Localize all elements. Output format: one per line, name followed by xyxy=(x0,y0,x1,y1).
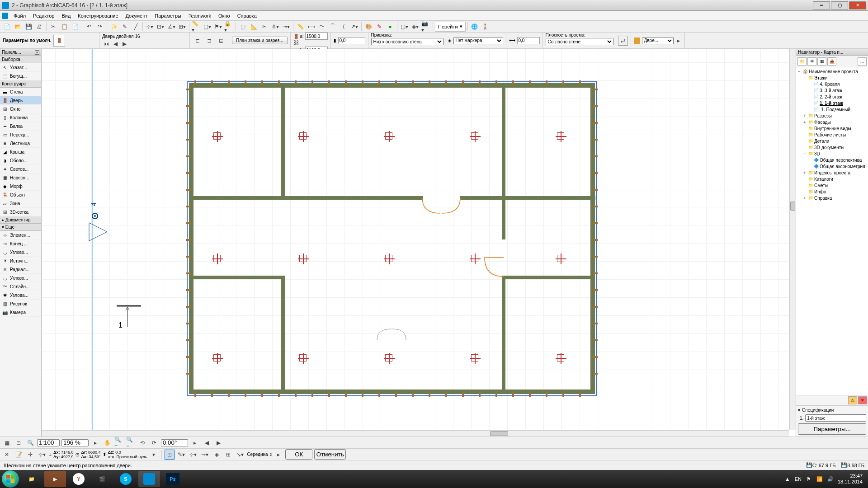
vertical-scrollbar[interactable] xyxy=(789,49,796,430)
column-marker[interactable] xyxy=(557,255,564,262)
level-marker[interactable]: 1 xyxy=(109,304,155,336)
snap3-button[interactable]: ⊹▾ xyxy=(188,450,198,460)
toolbox-group-more[interactable]: ▾ Еще xyxy=(0,224,41,231)
tree-item[interactable]: 📄1. 1-й этаж xyxy=(797,100,867,106)
app-menu-icon[interactable] xyxy=(2,13,8,19)
resize-button[interactable]: ↗▾ xyxy=(349,22,359,32)
task-skype[interactable]: S xyxy=(115,471,137,487)
tree-expander[interactable]: + xyxy=(802,196,807,201)
toolbox-item[interactable]: ⬚Бегущ... xyxy=(0,72,41,80)
anchor-select[interactable]: Низ к основанию стены xyxy=(371,38,443,45)
open-file-button[interactable]: 📂 xyxy=(13,22,23,32)
toolbox-item[interactable]: ≡Лестница xyxy=(0,139,41,148)
box-button[interactable]: ▢▾ xyxy=(202,22,212,32)
midpoint-dropdown[interactable]: ▸ xyxy=(274,450,283,460)
view-zoom-icon[interactable]: 🔍 xyxy=(25,438,35,448)
toolbox-item[interactable]: ◡Углово... xyxy=(0,274,41,282)
zoom-prev-button[interactable]: ⟲ xyxy=(137,438,147,448)
nav-tab-layouts[interactable]: ▦ xyxy=(817,57,826,66)
line-button[interactable]: ╱ xyxy=(131,22,141,32)
tree-item[interactable]: 📄2. 2-й этаж xyxy=(797,94,867,100)
tree-item[interactable]: 📄-1. Подземный xyxy=(797,106,867,113)
wall-inner[interactable] xyxy=(193,196,423,200)
menu-construct[interactable]: Конструирование xyxy=(74,12,122,19)
toolbox-item[interactable]: ◢Крыша xyxy=(0,148,41,156)
door-single[interactable] xyxy=(483,238,505,278)
paste-button[interactable]: 📄 xyxy=(70,22,80,32)
column-marker[interactable] xyxy=(213,132,221,140)
column-marker[interactable] xyxy=(385,354,392,361)
tree-root[interactable]: −🏠Наименование проекта xyxy=(797,68,867,75)
toolbox-item[interactable]: 〜Сплайн... xyxy=(0,282,41,291)
zoom-out2-button[interactable]: 🔍− xyxy=(126,438,136,448)
params-button[interactable]: Параметры... xyxy=(798,423,866,435)
cut-button[interactable]: ✂ xyxy=(48,22,58,32)
tree-expander[interactable]: + xyxy=(802,170,807,175)
door-icon[interactable]: 🚪 xyxy=(53,35,65,47)
trim-button[interactable]: ⋔▾ xyxy=(270,22,280,32)
toolbox-item[interactable]: 🪑Объект xyxy=(0,191,41,199)
wall-inner[interactable] xyxy=(281,87,285,199)
layer-more[interactable]: ▸ xyxy=(675,38,682,44)
partial-button[interactable]: ⬚ xyxy=(238,22,248,32)
copy-button[interactable]: 📋 xyxy=(59,22,69,32)
pen-button[interactable]: ✎ xyxy=(374,22,384,32)
wall-inner[interactable] xyxy=(502,87,505,199)
snap7-button[interactable]: ↘▾ xyxy=(235,450,245,460)
tray-expand-button[interactable]: ▲ xyxy=(784,475,791,483)
tree-item[interactable]: +📁Фасады xyxy=(797,119,867,125)
pos-input[interactable] xyxy=(338,37,365,44)
nav-tab-more[interactable]: … xyxy=(858,57,867,66)
tree-item[interactable]: 📁Каталоги xyxy=(797,176,867,182)
column-marker[interactable] xyxy=(471,132,478,140)
flag-button[interactable]: ⚑▾ xyxy=(213,22,223,32)
coord-note-icon[interactable]: 📝 xyxy=(14,450,24,460)
nav-tab-publish[interactable]: 📤 xyxy=(827,57,836,66)
toolbox-item[interactable]: ⊞3D-сетка xyxy=(0,208,41,216)
arc-button[interactable]: ⌒ xyxy=(328,22,338,32)
extend-button[interactable]: ⊸▾ xyxy=(281,22,291,32)
zoom-in-button[interactable]: 🔍+ xyxy=(114,438,124,448)
column-marker[interactable] xyxy=(385,255,392,262)
toolbox-item[interactable]: ▨Рисунок xyxy=(0,300,41,308)
layer-select[interactable]: Двре... xyxy=(642,37,674,44)
undo-button[interactable]: ↶ xyxy=(84,22,94,32)
wall-inner[interactable] xyxy=(193,276,283,279)
guide-button[interactable]: ⊹▾ xyxy=(145,22,155,32)
toolbox-item[interactable]: ⊹Элемен... xyxy=(0,231,41,239)
start-button[interactable] xyxy=(2,470,19,488)
spec-expander[interactable]: ▾ xyxy=(798,408,800,413)
placement-mode-2[interactable]: ⊐ xyxy=(204,36,214,46)
tree-item[interactable]: −📁Этажи xyxy=(797,75,867,81)
view2d-button[interactable]: ▢▾ xyxy=(399,22,409,32)
tree-item[interactable]: 📁Рабочие листы xyxy=(797,131,867,138)
toolbox-item[interactable]: ☀Источн... xyxy=(0,257,41,265)
column-marker[interactable] xyxy=(557,132,564,140)
nav-tab-views[interactable]: 👁 xyxy=(807,57,816,66)
task-photoshop[interactable]: Ps xyxy=(162,471,184,487)
tree-item[interactable]: −📁3D xyxy=(797,150,867,157)
window-close-button[interactable]: ✕ xyxy=(849,1,866,9)
dim-button[interactable]: ⟷ xyxy=(306,22,316,32)
nav-warn-icon[interactable]: ⚠ xyxy=(848,396,857,404)
tree-expander[interactable]: + xyxy=(802,113,807,118)
curve-button[interactable]: 〜 xyxy=(317,22,327,32)
menu-edit[interactable]: Редактор xyxy=(29,12,58,19)
cancel-button[interactable]: Отменить xyxy=(314,449,346,460)
toolbox-item[interactable]: ▭Перекр... xyxy=(0,131,41,139)
current-view-input[interactable] xyxy=(805,414,866,422)
toolbox-item[interactable]: ◆Морф xyxy=(0,182,41,191)
view3d-button[interactable]: ◈▾ xyxy=(410,22,420,32)
angle-button[interactable]: ∠▾ xyxy=(166,22,176,32)
menu-file[interactable]: Файл xyxy=(10,12,29,19)
menu-window[interactable]: Окно xyxy=(215,12,234,19)
menu-params[interactable]: Параметры xyxy=(151,12,185,19)
drawing-canvas[interactable]: 4 1 xyxy=(42,49,789,430)
menu-teamwork[interactable]: Teamwork xyxy=(185,12,215,19)
wall-inner[interactable] xyxy=(505,276,595,279)
task-media1[interactable]: ▶ xyxy=(44,471,66,487)
menu-help[interactable]: Справка xyxy=(234,12,260,19)
angle2-button[interactable]: ⟨ xyxy=(339,22,349,32)
scissors-button[interactable]: ✂ xyxy=(259,22,269,32)
axis-icon[interactable]: ⊹▾ xyxy=(37,450,47,460)
